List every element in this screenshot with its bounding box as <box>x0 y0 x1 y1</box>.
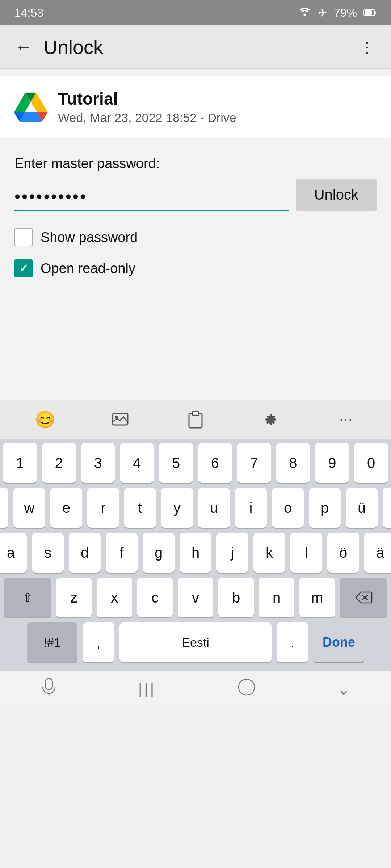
key-k[interactable]: k <box>253 533 285 573</box>
nav-bar: ||| ⌄ <box>0 671 391 707</box>
app-bar: ← Unlock ⋮ <box>0 25 391 69</box>
password-input-wrap <box>14 187 289 211</box>
more-options-button[interactable]: ⋮ <box>355 34 380 60</box>
key-o[interactable]: o <box>272 488 304 528</box>
drive-logo-icon <box>14 91 47 123</box>
content-spacer <box>0 284 391 392</box>
key-4[interactable]: 4 <box>120 443 154 483</box>
key-w[interactable]: w <box>13 488 45 528</box>
key-b[interactable]: b <box>218 578 254 617</box>
key-c[interactable]: c <box>137 578 173 617</box>
open-readonly-checkbox[interactable] <box>14 259 33 277</box>
keyboard-toolbar: 😊 ··· <box>0 400 391 439</box>
password-section: Enter master password: Unlock Show passw… <box>0 141 391 284</box>
key-2[interactable]: 2 <box>42 443 76 483</box>
svg-point-5 <box>115 416 118 418</box>
key-5[interactable]: 5 <box>159 443 193 483</box>
image-toolbar-button[interactable] <box>104 403 136 436</box>
file-card: Tutorial Wed, Mar 23, 2022 18:52 - Drive <box>0 76 391 138</box>
key-d[interactable]: d <box>69 533 101 573</box>
key-n[interactable]: n <box>259 578 294 617</box>
keyboard-row-bottom: !#1 , Eesti . Done <box>3 622 388 662</box>
key-v[interactable]: v <box>178 578 213 617</box>
svg-rect-12 <box>239 679 255 695</box>
show-password-checkbox[interactable] <box>14 228 33 246</box>
key-z[interactable]: z <box>56 578 92 617</box>
comma-key[interactable]: , <box>83 622 114 662</box>
status-time: 14:53 <box>14 6 43 20</box>
unlock-button[interactable]: Unlock <box>296 179 377 211</box>
back-arrow-icon: ← <box>15 37 32 57</box>
key-1[interactable]: 1 <box>3 443 37 483</box>
more-dots-icon: ⋮ <box>360 39 375 55</box>
svg-rect-7 <box>192 412 199 415</box>
key-r[interactable]: r <box>87 488 119 528</box>
backspace-key[interactable] <box>340 578 387 617</box>
keyboard: 1 2 3 4 5 6 7 8 9 0 q w e r t y u i o p … <box>0 439 391 671</box>
key-a-umlaut[interactable]: ä <box>364 533 391 573</box>
mic-nav-icon <box>41 677 57 701</box>
settings-toolbar-button[interactable] <box>255 403 287 436</box>
key-g[interactable]: g <box>143 533 175 573</box>
file-info: Tutorial Wed, Mar 23, 2022 18:52 - Drive <box>58 89 236 125</box>
key-q[interactable]: q <box>0 488 8 528</box>
password-input[interactable] <box>14 187 289 206</box>
key-y[interactable]: y <box>161 488 193 528</box>
file-meta: Wed, Mar 23, 2022 18:52 - Drive <box>58 111 236 125</box>
key-i[interactable]: i <box>235 488 267 528</box>
key-l[interactable]: l <box>290 533 322 573</box>
back-button[interactable]: ← <box>11 34 36 60</box>
key-t[interactable]: t <box>124 488 156 528</box>
open-readonly-row: Open read-only <box>14 253 377 284</box>
period-key[interactable]: . <box>277 622 308 662</box>
key-o-umlaut[interactable]: ö <box>327 533 359 573</box>
key-f[interactable]: f <box>106 533 138 573</box>
shift-key[interactable]: ⇧ <box>4 578 51 617</box>
key-o-tilde[interactable]: õ <box>383 488 391 528</box>
recents-nav-icon: ||| <box>138 681 156 697</box>
password-row: Unlock <box>14 179 377 211</box>
space-key[interactable]: Eesti <box>119 622 272 662</box>
airplane-icon: ✈ <box>318 7 327 19</box>
file-name: Tutorial <box>58 89 236 109</box>
open-readonly-label: Open read-only <box>41 261 135 276</box>
key-9[interactable]: 9 <box>315 443 349 483</box>
key-s[interactable]: s <box>32 533 64 573</box>
keyboard-row-asdf: a s d f g h j k l ö ä <box>3 533 388 573</box>
key-a[interactable]: a <box>0 533 27 573</box>
key-u-umlaut[interactable]: ü <box>346 488 378 528</box>
status-icons: ✈ 79% <box>298 6 377 20</box>
more-toolbar-button[interactable]: ··· <box>330 403 362 436</box>
keyboard-row-numbers: 1 2 3 4 5 6 7 8 9 0 <box>3 443 388 483</box>
key-8[interactable]: 8 <box>276 443 310 483</box>
show-password-row: Show password <box>14 222 377 253</box>
done-key[interactable]: Done <box>314 622 364 662</box>
back-nav-icon: ⌄ <box>337 680 350 698</box>
key-m[interactable]: m <box>299 578 335 617</box>
key-h[interactable]: h <box>180 533 211 573</box>
key-j[interactable]: j <box>216 533 248 573</box>
keyboard-row-zxcvbnm: ⇧ z x c v b n m <box>3 578 388 617</box>
svg-rect-2 <box>365 10 372 15</box>
key-3[interactable]: 3 <box>81 443 115 483</box>
page-title: Unlock <box>43 36 348 58</box>
key-6[interactable]: 6 <box>198 443 232 483</box>
svg-point-0 <box>303 13 306 16</box>
home-nav-icon <box>237 678 256 701</box>
key-p[interactable]: p <box>309 488 341 528</box>
keyboard-row-qwerty: q w e r t y u i o p ü õ <box>3 488 388 528</box>
battery-icon <box>363 6 377 20</box>
password-label: Enter master password: <box>14 156 377 171</box>
svg-rect-3 <box>375 12 376 14</box>
key-e[interactable]: e <box>50 488 82 528</box>
show-password-label: Show password <box>41 230 138 245</box>
emoji-toolbar-button[interactable]: 😊 <box>29 403 61 436</box>
svg-rect-10 <box>45 678 52 689</box>
clipboard-toolbar-button[interactable] <box>179 403 212 436</box>
key-0[interactable]: 0 <box>354 443 388 483</box>
key-x[interactable]: x <box>97 578 132 617</box>
key-u[interactable]: u <box>198 488 230 528</box>
symbols-key[interactable]: !#1 <box>27 622 77 662</box>
content-area: Tutorial Wed, Mar 23, 2022 18:52 - Drive… <box>0 69 391 400</box>
key-7[interactable]: 7 <box>237 443 271 483</box>
